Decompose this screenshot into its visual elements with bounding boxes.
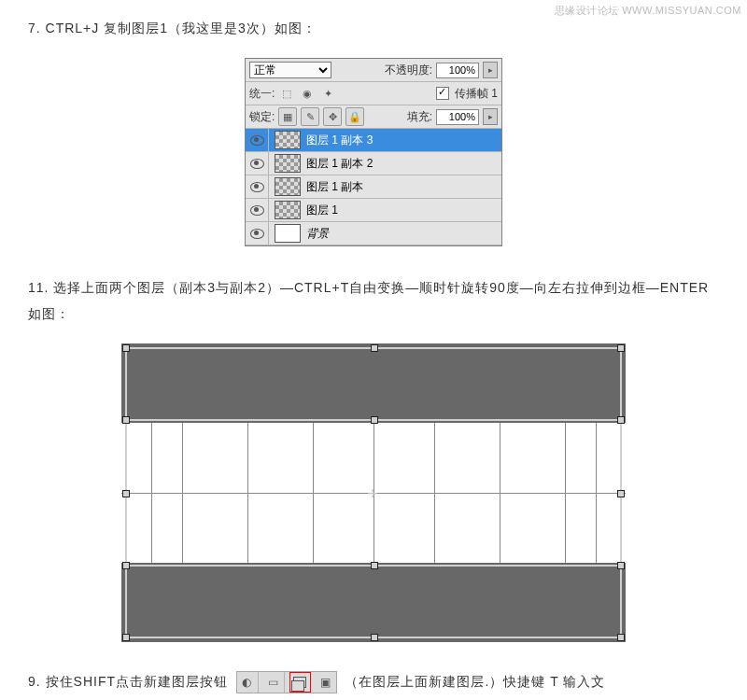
layers-panel: 正常 不透明度: ▸ 统一: ⬚ ◉ ✦ 传播帧 1 锁定: ▦ ✎ ✥ 🔒 填… [245, 58, 502, 246]
step-7-text: 7. CTRL+J 复制图层1（我这里是3次）如图： [28, 15, 719, 41]
layer-name: 图层 1 副本 [306, 179, 363, 195]
layer-row[interactable]: 图层 1 副本 [246, 175, 501, 199]
eye-icon [250, 182, 264, 192]
layer-thumbnail [275, 177, 301, 196]
propagate-label: 传播帧 1 [455, 86, 498, 102]
layer-row[interactable]: 背景 [246, 222, 501, 245]
unify-row: 统一: ⬚ ◉ ✦ 传播帧 1 [246, 82, 501, 105]
lock-row: 锁定: ▦ ✎ ✥ 🔒 填充: ▸ [246, 105, 501, 129]
step-9-text: 9. 按住SHIFT点击新建图层按钮 ◐ ▭ ▣ （在图层上面新建图层.）快捷键… [28, 668, 719, 694]
layer-row[interactable]: 图层 1 [246, 199, 501, 222]
step-9b: （在图层上面新建图层.）快捷键 T 输入文 [345, 674, 605, 689]
unify-visibility-icon[interactable]: ◉ [299, 88, 316, 100]
layer-list: 图层 1 副本 3图层 1 副本 2图层 1 副本图层 1背景 [246, 129, 501, 245]
visibility-toggle[interactable] [246, 222, 269, 245]
eye-icon [250, 205, 264, 216]
opacity-stepper-icon[interactable]: ▸ [483, 62, 498, 78]
opacity-input[interactable] [436, 63, 479, 78]
eye-icon [250, 135, 264, 146]
fx-button[interactable]: ◐ [237, 672, 259, 693]
new-layer-icon [293, 677, 306, 688]
layer-name: 图层 1 副本 2 [306, 156, 373, 172]
step-11-text: 11. 选择上面两个图层（副本3与副本2）—CTRL+T自由变换—顺时针旋转90… [28, 274, 719, 327]
layer-thumbnail [275, 154, 301, 173]
eye-icon [250, 159, 264, 169]
layer-row[interactable]: 图层 1 副本 2 [246, 152, 501, 175]
layer-thumbnail [275, 131, 301, 149]
fill-label: 填充: [407, 109, 432, 125]
fill-stepper-icon[interactable]: ▸ [483, 108, 498, 125]
propagate-checkbox[interactable] [436, 87, 449, 100]
watermark: 思缘设计论坛 WWW.MISSYUAN.COM [555, 4, 741, 18]
eye-icon [250, 229, 264, 239]
fill-input[interactable] [436, 109, 479, 125]
layer-thumbnail [275, 224, 301, 243]
group-button[interactable]: ▣ [316, 672, 336, 693]
transform-figure: ✢ [121, 343, 626, 642]
opacity-label: 不透明度: [385, 63, 432, 78]
layer-thumbnail [275, 201, 301, 219]
visibility-toggle[interactable] [246, 152, 269, 175]
lock-all-icon[interactable]: 🔒 [345, 107, 364, 126]
layer-name: 背景 [306, 226, 329, 242]
layer-name: 图层 1 副本 3 [306, 133, 373, 148]
unify-style-icon[interactable]: ✦ [319, 88, 336, 100]
step-9a: 9. 按住SHIFT点击新建图层按钮 [28, 674, 233, 689]
visibility-toggle[interactable] [246, 199, 269, 221]
article-content: 7. CTRL+J 复制图层1（我这里是3次）如图： 正常 不透明度: ▸ 统一… [0, 0, 747, 700]
lock-transparent-icon[interactable]: ▦ [278, 107, 297, 126]
new-layer-button[interactable] [289, 672, 311, 693]
lock-position-icon[interactable]: ✥ [323, 107, 342, 126]
transform-center-icon: ✢ [368, 487, 379, 498]
lock-label: 锁定: [249, 109, 275, 125]
blend-mode-select[interactable]: 正常 [249, 62, 331, 78]
blend-row: 正常 不透明度: ▸ [246, 59, 501, 82]
visibility-toggle[interactable] [246, 175, 269, 198]
toolbar-snippet: ◐ ▭ ▣ [236, 671, 337, 693]
mask-button[interactable]: ▭ [263, 672, 285, 693]
unify-position-icon[interactable]: ⬚ [278, 88, 295, 100]
layer-name: 图层 1 [306, 203, 338, 218]
layer-row[interactable]: 图层 1 副本 3 [246, 129, 501, 152]
lock-pixels-icon[interactable]: ✎ [301, 107, 319, 126]
unify-label: 统一: [249, 86, 275, 102]
visibility-toggle[interactable] [246, 129, 269, 151]
